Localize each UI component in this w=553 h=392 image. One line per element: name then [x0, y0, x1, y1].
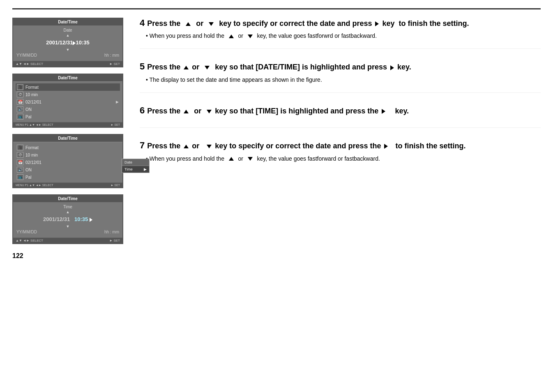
menu3-row2: ⏱ 10 min [16, 151, 120, 159]
screen4-format: YY/MM/DD hh : mm [16, 230, 119, 234]
screen3-wrap: Date/Time 🎥 Format ⏱ 10 min 📅 02/12/01 [12, 134, 127, 188]
step5-bullet: The display to set the date and time app… [140, 76, 541, 84]
menu2-label5: Pal [25, 115, 119, 119]
screen1-wrap: Date/Time Date ▲ 2001/12/3110:35 ▼ YY/MM… [12, 18, 127, 67]
screen4-format-time: hh : mm [104, 230, 119, 234]
menu2-row1: 🎥 Format [16, 83, 120, 91]
step5-text: Press the or key so that [DATE/TIME] is … [147, 62, 411, 72]
screen3-bottom-right: ► SET [111, 184, 120, 187]
screen1-label: Date [16, 28, 119, 32]
submenu-time-arrow: ▶ [144, 167, 147, 171]
submenu-time-label: Time [124, 167, 133, 171]
step7-heading: 7 Press the or key to specify or correct… [140, 140, 541, 151]
right-column: 4 Press the or key to specify or correct… [140, 18, 541, 244]
screen3-body: 🎥 Format ⏱ 10 min 📅 02/12/01 Date [13, 142, 122, 182]
menu2-label4: ON [25, 107, 119, 112]
screen4-date-part: 2001/12/31 [43, 216, 70, 222]
screen4-format-date: YY/MM/DD [16, 230, 37, 234]
screen4-bottom-left: ▲▼ ◄► SELECT [16, 239, 43, 242]
menu3-label5: Pal [25, 175, 119, 180]
step5-heading: 5 Press the or key so that [DATE/TIME] i… [140, 61, 541, 72]
menu3-label2: 10 min [25, 153, 119, 157]
screen4-bottom-right: ► SET [109, 239, 120, 242]
screen2-title: Date/Time [13, 74, 122, 82]
screen4-wrap: Date/Time Time ▲ 2001/12/31 10:35 ▼ YY/M… [12, 194, 127, 244]
step5-section: 5 Press the or key so that [DATE/TIME] i… [140, 61, 541, 92]
top-border [12, 8, 541, 9]
menu2-row2: ⏱ 10 min [16, 91, 120, 98]
menu3-label1: Format [25, 145, 119, 150]
screen4-cursor [90, 218, 92, 222]
screen1-bottom-right: ► SET [109, 62, 120, 66]
menu3-icon2: ⏱ [17, 152, 23, 158]
screen4-label: Time [16, 205, 119, 209]
screen1-bottom-left: ▲▼ ◄► SELECT [16, 62, 43, 66]
menu2-label2: 10 min [25, 92, 119, 97]
menu3-icon1: 🎥 [17, 145, 23, 150]
menu2-label1: Format [25, 85, 119, 90]
screen3-title: Date/Time [13, 135, 122, 142]
screen2-bottom-right: ► SET [111, 123, 120, 126]
menu3-row5: 📺 Pal [16, 173, 120, 181]
step4-number: 4 [140, 18, 145, 28]
main-layout: Date/Time Date ▲ 2001/12/3110:35 ▼ YY/MM… [12, 18, 541, 244]
screen4-arrow-up: ▲ [16, 210, 119, 214]
menu3-label4: ON [25, 168, 119, 172]
screen1-arrow-down: ▼ [16, 48, 119, 52]
screen2-wrap: Date/Time 🎥 Format ⏱ 10 min 📅 02/12/01 ▶ [12, 74, 127, 128]
screen1-bottom: ▲▼ ◄► SELECT ► SET [13, 61, 122, 67]
screen3-bottom-left: MENU P1 ▲▼ ◄► SELECT [16, 184, 53, 187]
screen1: Date/Time Date ▲ 2001/12/3110:35 ▼ YY/MM… [12, 18, 123, 67]
screen3-bottom: MENU P1 ▲▼ ◄► SELECT ► SET [13, 182, 122, 187]
menu3-row1: 🎥 Format [16, 144, 120, 151]
menu3-row4: 🔊 ON [16, 166, 120, 173]
step6-section: 6 Press the or key so that [TIME] is hig… [140, 105, 541, 128]
screen1-datetime: 2001/12/3110:35 [16, 39, 119, 46]
submenu-date: Date [122, 159, 149, 166]
menu2-icon1: 🎥 [17, 84, 23, 90]
submenu: Date Time ▶ [122, 159, 150, 173]
screen4-datetime: 2001/12/31 10:35 [16, 216, 119, 222]
screen3: Date/Time 🎥 Format ⏱ 10 min 📅 02/12/01 [12, 134, 123, 188]
menu2-row4: 🔊 ON [16, 106, 120, 113]
step4-bullet: When you press and hold the or key, the … [140, 32, 541, 40]
step7-number: 7 [140, 140, 145, 151]
screen4-body: Time ▲ 2001/12/31 10:35 ▼ YY/MM/DD hh : … [13, 203, 122, 238]
screen1-arrow-up: ▲ [16, 33, 119, 37]
menu3-label3: 02/12/01 [25, 160, 119, 165]
screen2-body: 🎥 Format ⏱ 10 min 📅 02/12/01 ▶ 🔊 ON [13, 82, 122, 122]
menu2-icon5: 📺 [17, 114, 23, 120]
step7-section: 7 Press the or key to specify or correct… [140, 140, 541, 171]
menu2-row3: 📅 02/12/01 ▶ [16, 98, 120, 106]
menu2-row5: 📺 Pal [16, 113, 120, 120]
screen4-time-part: 10:35 [74, 216, 88, 222]
submenu-time: Time ▶ [122, 166, 149, 173]
screen2-bottom-left: MENU P1 ▲▼ ◄► SELECT [16, 123, 53, 126]
menu2-label3: 02/12/01 [25, 100, 114, 104]
screen1-format-time: hh : mm [104, 53, 119, 58]
step4-text: Press the or key to specify or correct t… [147, 19, 469, 28]
step7-bullet: When you press and hold the or key, the … [140, 154, 541, 163]
step6-text: Press the or key so that [TIME] is highl… [147, 106, 409, 116]
menu2-arrow3: ▶ [116, 100, 119, 104]
step7-text: Press the or key to specify or correct t… [147, 141, 465, 151]
step5-number: 5 [140, 61, 145, 72]
menu3-icon5: 📺 [17, 174, 23, 180]
menu3-icon3: 📅 [17, 159, 23, 165]
menu2-icon4: 🔊 [17, 106, 23, 112]
screen4: Date/Time Time ▲ 2001/12/31 10:35 ▼ YY/M… [12, 194, 123, 244]
step4-section: 4 Press the or key to specify or correct… [140, 18, 541, 49]
menu2-icon2: ⏱ [17, 92, 23, 97]
screen2-bottom: MENU P1 ▲▼ ◄► SELECT ► SET [13, 122, 122, 127]
left-column: Date/Time Date ▲ 2001/12/3110:35 ▼ YY/MM… [12, 18, 127, 244]
screen4-arrow-down: ▼ [16, 224, 119, 228]
step6-heading: 6 Press the or key so that [TIME] is hig… [140, 105, 541, 116]
screen4-title: Date/Time [13, 195, 122, 203]
screen4-bottom: ▲▼ ◄► SELECT ► SET [13, 238, 122, 243]
menu2-icon3: 📅 [17, 99, 23, 105]
screen2: Date/Time 🎥 Format ⏱ 10 min 📅 02/12/01 ▶ [12, 74, 123, 128]
step4-heading: 4 Press the or key to specify or correct… [140, 18, 541, 28]
step6-number: 6 [140, 105, 145, 116]
menu3-row3: 📅 02/12/01 Date Time ▶ [16, 159, 120, 166]
menu3-icon4: 🔊 [17, 167, 23, 173]
